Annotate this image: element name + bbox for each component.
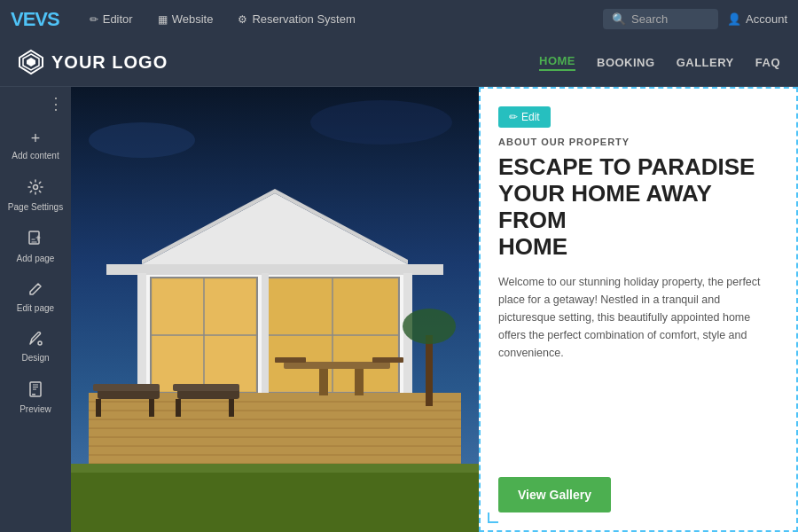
- search-box[interactable]: 🔍 Search: [603, 9, 718, 29]
- reservation-nav[interactable]: ⚙ Reservation System: [225, 0, 367, 38]
- site-header: YOUR LOGO HOME BOOKING GALLERY FAQ: [0, 38, 798, 87]
- grid-icon: ▦: [158, 13, 168, 26]
- design-icon: [28, 332, 43, 350]
- edit-button[interactable]: ✏ Edit: [498, 106, 551, 128]
- svg-rect-51: [355, 369, 364, 395]
- svg-rect-53: [372, 357, 403, 363]
- pencil-icon: ✏: [90, 13, 98, 26]
- site-logo: YOUR LOGO: [18, 49, 168, 75]
- svg-point-5: [38, 341, 42, 345]
- svg-rect-50: [319, 369, 328, 395]
- search-icon: 🔍: [612, 12, 626, 26]
- hero-title: ESCAPE TO PARADISE YOUR HOME AWAY FROM H…: [498, 154, 778, 261]
- edit-page-icon: [28, 282, 43, 301]
- logo-diamond-icon: [18, 49, 44, 75]
- plus-icon: +: [31, 129, 41, 148]
- svg-rect-47: [176, 399, 181, 417]
- svg-rect-54: [426, 335, 433, 406]
- view-gallery-button[interactable]: View Gallery: [498, 477, 611, 512]
- svg-point-55: [403, 309, 456, 344]
- search-label: Search: [631, 12, 668, 26]
- hero-description: Welcome to our stunning holiday property…: [498, 273, 778, 459]
- vevs-logo[interactable]: VEVS: [11, 8, 59, 31]
- svg-rect-7: [32, 394, 35, 395]
- hero-text-panel: ✏ Edit ABOUT OUR PROPERTY ESCAPE TO PARA…: [479, 87, 798, 532]
- svg-rect-43: [96, 399, 101, 417]
- svg-rect-42: [93, 384, 160, 391]
- svg-rect-31: [262, 273, 269, 397]
- user-icon: 👤: [727, 12, 741, 26]
- nav-faq[interactable]: FAQ: [755, 56, 780, 69]
- preview-icon: [29, 381, 42, 402]
- nav-booking[interactable]: BOOKING: [597, 56, 655, 69]
- admin-bar-right: 🔍 Search 👤 Account: [603, 9, 787, 29]
- nav-gallery[interactable]: GALLERY: [677, 56, 734, 69]
- svg-rect-44: [149, 399, 154, 417]
- svg-rect-29: [137, 273, 146, 397]
- editor-nav[interactable]: ✏ Editor: [77, 0, 145, 38]
- sidebar-drag-handle[interactable]: ⋮: [48, 94, 71, 113]
- edit-pencil-icon: ✏: [509, 111, 518, 123]
- svg-rect-28: [106, 264, 443, 275]
- sidebar: ⋮ + Add content Page Settings Add page: [0, 87, 71, 532]
- sidebar-design[interactable]: Design: [0, 323, 71, 372]
- svg-rect-52: [275, 357, 306, 363]
- sidebar-edit-page[interactable]: Edit page: [0, 273, 71, 323]
- svg-marker-2: [27, 58, 35, 66]
- sidebar-page-settings[interactable]: Page Settings: [0, 170, 71, 222]
- svg-rect-49: [284, 362, 390, 369]
- gear-icon: ⚙: [238, 13, 247, 26]
- settings-icon: [27, 179, 43, 200]
- about-label: ABOUT OUR PROPERTY: [498, 137, 778, 147]
- site-nav: HOME BOOKING GALLERY FAQ: [539, 54, 780, 71]
- svg-rect-57: [71, 473, 479, 532]
- website-nav[interactable]: ▦ Website: [145, 0, 226, 38]
- corner-indicator: [488, 512, 498, 523]
- account-button[interactable]: 👤 Account: [727, 12, 787, 26]
- content-area: ✏ Edit ABOUT OUR PROPERTY ESCAPE TO PARA…: [71, 87, 798, 532]
- svg-point-13: [310, 100, 452, 145]
- add-page-icon: [28, 231, 43, 251]
- sidebar-preview[interactable]: Preview: [0, 372, 71, 424]
- hero-image: [71, 87, 479, 532]
- svg-point-3: [34, 185, 38, 190]
- sidebar-add-page[interactable]: Add page: [0, 222, 71, 273]
- nav-home[interactable]: HOME: [539, 54, 575, 71]
- admin-bar: VEVS ✏ Editor ▦ Website ⚙ Reservation Sy…: [0, 0, 798, 38]
- svg-point-12: [89, 122, 195, 158]
- svg-rect-46: [173, 384, 239, 391]
- sidebar-add-content[interactable]: + Add content: [0, 121, 71, 170]
- svg-rect-48: [229, 399, 234, 417]
- main-area: ⋮ + Add content Page Settings Add page: [0, 87, 798, 532]
